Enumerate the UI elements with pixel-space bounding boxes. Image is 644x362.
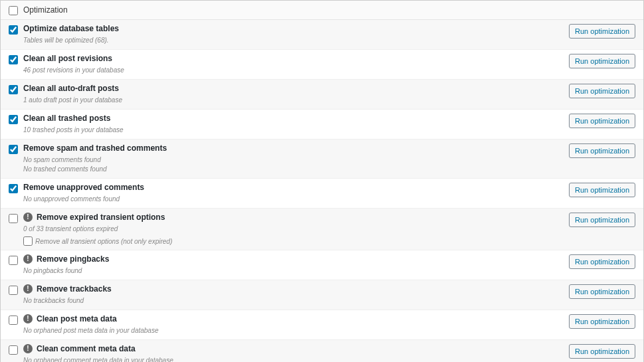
optimization-description: 1 auto draft post in your database xyxy=(23,96,556,105)
optimization-title: Optimize database tables xyxy=(23,24,119,33)
remove-all-transients-checkbox[interactable] xyxy=(23,236,33,246)
table-row: !Remove pingbacksNo pingbacks foundRun o… xyxy=(1,250,643,280)
row-checkbox[interactable] xyxy=(9,286,18,295)
run-optimization-button[interactable]: Run optimization xyxy=(569,114,635,128)
row-checkbox[interactable] xyxy=(9,345,18,355)
row-checkbox[interactable] xyxy=(9,55,18,64)
run-optimization-button[interactable]: Run optimization xyxy=(569,54,635,68)
optimization-title: Clean all trashed posts xyxy=(23,114,110,123)
optimization-description: No orphaned comment meta data in your da… xyxy=(23,356,556,362)
intensive-warning-icon: ! xyxy=(23,314,33,323)
table-row: Remove spam and trashed commentsNo spam … xyxy=(1,139,643,179)
optimization-description: 10 trashed posts in your database xyxy=(23,126,556,135)
remove-all-transients-label: Remove all transient options (not only e… xyxy=(35,238,172,245)
intensive-warning-icon: ! xyxy=(23,284,33,294)
intensive-warning-icon: ! xyxy=(23,344,33,353)
row-checkbox[interactable] xyxy=(9,214,18,223)
run-optimization-button[interactable]: Run optimization xyxy=(569,344,635,359)
optimization-description: No trackbacks found xyxy=(23,296,556,306)
table-header: Optimization xyxy=(1,1,643,20)
row-checkbox[interactable] xyxy=(9,256,18,265)
run-optimization-button[interactable]: Run optimization xyxy=(569,143,635,158)
optimization-title: Remove pingbacks xyxy=(37,254,109,264)
intensive-warning-icon: ! xyxy=(23,254,33,264)
optimization-panel: Optimization Optimize database tablesTab… xyxy=(0,0,644,362)
run-optimization-button[interactable]: Run optimization xyxy=(569,183,635,197)
optimization-description: No spam comments foundNo trashed comment… xyxy=(23,155,556,174)
row-checkbox[interactable] xyxy=(9,85,18,94)
header-title: Optimization xyxy=(23,5,635,15)
row-checkbox[interactable] xyxy=(9,115,18,124)
row-checkbox[interactable] xyxy=(9,316,18,325)
run-optimization-button[interactable]: Run optimization xyxy=(569,284,635,299)
select-all-checkbox[interactable] xyxy=(9,6,18,15)
optimization-title: Remove spam and trashed comments xyxy=(23,143,167,153)
intensive-warning-icon: ! xyxy=(23,213,33,222)
table-row: !Remove expired transient options0 of 33… xyxy=(1,209,643,250)
optimization-title: Remove expired transient options xyxy=(37,213,165,222)
optimization-description: No unapproved comments found xyxy=(23,195,556,204)
row-checkbox[interactable] xyxy=(9,25,18,35)
optimization-title: Clean post meta data xyxy=(37,314,117,323)
table-row: Clean all auto-draft posts1 auto draft p… xyxy=(1,80,643,110)
table-row: Remove unapproved commentsNo unapproved … xyxy=(1,179,643,209)
optimization-title: Remove trackbacks xyxy=(37,284,112,294)
optimization-title: Clean comment meta data xyxy=(37,344,136,353)
table-row: Clean all trashed posts10 trashed posts … xyxy=(1,110,643,139)
optimization-description: 46 post revisions in your database xyxy=(23,66,556,75)
optimization-title: Clean all auto-draft posts xyxy=(23,84,119,93)
table-row: !Remove trackbacksNo trackbacks foundRun… xyxy=(1,280,643,310)
table-row: Optimize database tablesTables will be o… xyxy=(1,20,643,50)
optimization-description: Tables will be optimized (68). xyxy=(23,36,556,45)
run-optimization-button[interactable]: Run optimization xyxy=(569,24,635,39)
optimization-description: No orphaned post meta data in your datab… xyxy=(23,326,556,335)
table-row: !Clean post meta dataNo orphaned post me… xyxy=(1,310,643,340)
run-optimization-button[interactable]: Run optimization xyxy=(569,314,635,329)
optimization-title: Clean all post revisions xyxy=(23,54,112,63)
optimization-description: 0 of 33 transient options expired xyxy=(23,225,556,234)
run-optimization-button[interactable]: Run optimization xyxy=(569,213,635,227)
row-checkbox[interactable] xyxy=(9,145,18,154)
run-optimization-button[interactable]: Run optimization xyxy=(569,254,635,269)
table-row: Clean all post revisions46 post revision… xyxy=(1,50,643,80)
table-row: !Clean comment meta dataNo orphaned comm… xyxy=(1,340,643,362)
optimization-title: Remove unapproved comments xyxy=(23,183,144,192)
optimization-description: No pingbacks found xyxy=(23,266,556,276)
run-optimization-button[interactable]: Run optimization xyxy=(569,84,635,98)
row-checkbox[interactable] xyxy=(9,184,18,193)
